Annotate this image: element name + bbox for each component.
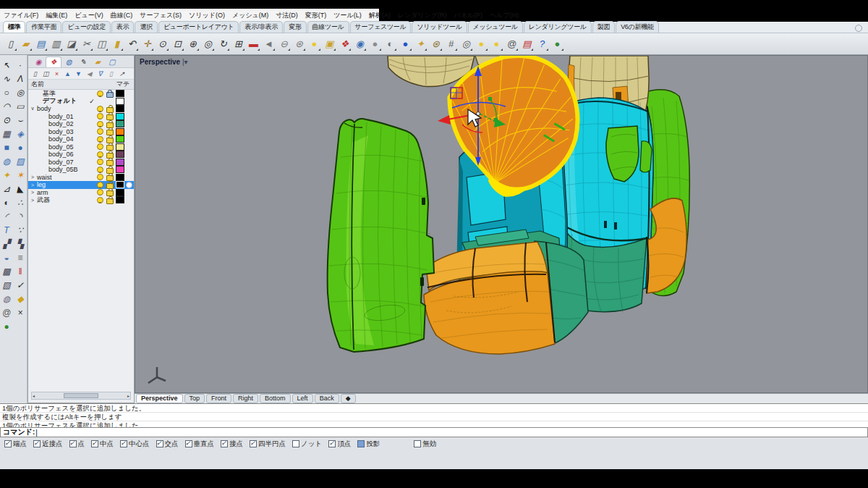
block-button[interactable]: ▞ — [0, 237, 14, 251]
viewport-tab[interactable]: Bottom — [260, 394, 291, 403]
osnap-disable-checkbox[interactable]: 無効 — [414, 439, 436, 449]
circle-button[interactable]: ○ — [0, 85, 14, 99]
ribbon-tab[interactable]: 表示 — [111, 21, 134, 33]
checkbox-icon[interactable] — [292, 440, 299, 447]
osnap-checkbox[interactable]: 中点 — [91, 439, 114, 449]
back-view-button[interactable]: ◄ — [261, 35, 276, 53]
spiral-tool-button[interactable]: @ — [0, 306, 14, 319]
selection-filter-button[interactable]: ⊛ — [292, 35, 307, 53]
layer-row[interactable]: body_07 — [28, 159, 134, 167]
layer-row[interactable]: body_05 — [28, 143, 134, 151]
zoom-selected-button[interactable]: ◎ — [200, 35, 216, 53]
circle-option-button[interactable]: ⊖ — [276, 35, 292, 53]
viewport-layout-button[interactable]: ⊞ — [231, 35, 246, 53]
menu-item[interactable]: サーフェス(S) — [136, 11, 185, 20]
curve-button[interactable]: ∿ — [0, 72, 14, 85]
rendered-mode-button[interactable]: ● — [398, 35, 413, 53]
menu-item[interactable]: 曲線(C) — [107, 11, 137, 20]
viewport-tab[interactable]: Top — [184, 394, 205, 403]
layer-row[interactable]: body_04 — [28, 135, 134, 143]
osnap-checkbox[interactable]: 交点 — [156, 439, 179, 449]
gear-options-button[interactable]: ⊛ — [428, 35, 443, 53]
polyline-button[interactable]: Λ — [14, 72, 27, 85]
ribbon-tab[interactable]: メッシュツール — [468, 21, 523, 33]
checkbox-icon[interactable] — [69, 440, 77, 447]
visibility-button[interactable]: ▬ — [246, 35, 261, 53]
layer-visibility-bulb-icon[interactable] — [97, 128, 103, 135]
new-layer-button[interactable]: ▯ — [30, 70, 40, 77]
layer-expander[interactable]: ∨ — [30, 106, 35, 112]
ribbon-tab[interactable]: ビューの設定 — [62, 21, 111, 33]
move-up-button[interactable]: ▲ — [63, 70, 72, 77]
scroll-right-arrow-icon[interactable]: ▸ — [127, 393, 129, 398]
shaded-mode-button[interactable]: ● — [367, 35, 383, 53]
layer-expander[interactable]: > — [30, 174, 35, 180]
explode-button[interactable]: ✶ — [14, 168, 27, 182]
surface-button[interactable]: ◈ — [14, 127, 27, 140]
ribbon-tab[interactable]: 作業平面 — [26, 21, 61, 33]
layer-visibility-bulb-icon[interactable] — [97, 174, 103, 180]
layer-row[interactable]: > waist — [28, 174, 134, 182]
history-link-button[interactable]: # — [443, 35, 459, 53]
menu-item[interactable]: ファイル(F) — [0, 11, 42, 20]
mesh-box-button[interactable]: ▦ — [0, 127, 14, 140]
copy-properties-button[interactable]: ◪ — [64, 35, 79, 53]
layer-color-swatch[interactable] — [116, 105, 124, 112]
viewport-tab[interactable]: Back — [315, 394, 339, 403]
scroll-left-arrow-icon[interactable]: ◂ — [33, 393, 35, 398]
menu-item[interactable]: 解析(A) — [365, 11, 394, 20]
point-button[interactable]: ∙ — [14, 58, 27, 72]
text-button[interactable]: T — [0, 223, 14, 237]
ribbon-tab[interactable]: ソリッドツール — [412, 21, 467, 33]
menu-item[interactable]: 寸法(D) — [272, 11, 302, 20]
viewport-tab[interactable]: Front — [206, 394, 231, 403]
command-prompt[interactable]: コマンド: | — [0, 427, 868, 437]
layer-color-swatch[interactable] — [116, 166, 124, 173]
lamp-button[interactable]: ● — [307, 35, 322, 53]
scrollbar-thumb[interactable] — [64, 393, 98, 398]
layer-color-swatch[interactable] — [116, 113, 124, 120]
layer-color-swatch[interactable] — [116, 181, 124, 188]
zoom-extents-button[interactable]: ⊕ — [185, 35, 200, 53]
torus-button[interactable]: ◍ — [0, 154, 14, 168]
gumball-button[interactable]: ‖ — [14, 264, 27, 278]
filter-button[interactable]: ∇ — [95, 70, 105, 77]
osnap-checkbox[interactable]: 点 — [69, 439, 85, 449]
layer-color-swatch[interactable] — [116, 189, 124, 196]
checkbox-icon[interactable] — [185, 440, 192, 447]
layer-visibility-bulb-icon[interactable] — [97, 189, 103, 195]
notes-tab[interactable]: ✎ — [76, 56, 90, 67]
zoom-window-button[interactable]: ⊡ — [170, 35, 185, 53]
save-button[interactable]: ▤ — [33, 35, 48, 53]
layer-color-swatch[interactable] — [116, 196, 124, 203]
model-3d[interactable] — [135, 56, 868, 393]
menu-item[interactable]: 編集(E) — [42, 11, 71, 20]
spiral-button[interactable]: @ — [504, 35, 519, 53]
layer-color-swatch[interactable] — [116, 90, 124, 97]
viewport-tab[interactable]: ◆ — [341, 394, 356, 403]
tab-overflow-icon[interactable] — [855, 25, 862, 32]
menu-item[interactable]: パネル(P) — [450, 11, 486, 20]
delete-layer-button[interactable]: × — [52, 70, 61, 77]
layer-color-swatch[interactable] — [116, 143, 124, 151]
osnap-checkbox[interactable]: 近接点 — [33, 439, 63, 449]
menu-item[interactable]: メッシュ(M) — [229, 11, 272, 20]
pointer-options-button[interactable]: ✦ — [413, 35, 428, 53]
osnap-checkbox[interactable]: 四半円点 — [250, 439, 286, 449]
menu-item[interactable]: 変形(T) — [302, 11, 331, 20]
zoom-dynamic-button[interactable]: ⊙ — [155, 35, 170, 53]
layer-visibility-bulb-icon[interactable] — [97, 91, 103, 97]
layer-visibility-bulb-icon[interactable] — [97, 106, 103, 112]
osnap-checkbox[interactable]: 垂直点 — [185, 439, 215, 449]
osnap-checkbox[interactable]: 端点 — [4, 439, 27, 449]
checkbox-icon[interactable] — [4, 440, 12, 447]
lock-tool-button[interactable]: ◆ — [14, 292, 27, 306]
empty-slot[interactable] — [14, 319, 27, 333]
checkbox-icon[interactable] — [328, 440, 336, 447]
menu-item[interactable]: ヘルプ(H) — [486, 11, 522, 20]
osnap-checkbox[interactable]: ノット — [292, 439, 322, 449]
layer-color-swatch[interactable] — [116, 98, 124, 105]
layer-visibility-bulb-icon[interactable] — [97, 143, 103, 150]
display-tab[interactable]: ◍ — [61, 56, 76, 67]
collapse-button[interactable]: ◀ — [85, 70, 94, 77]
